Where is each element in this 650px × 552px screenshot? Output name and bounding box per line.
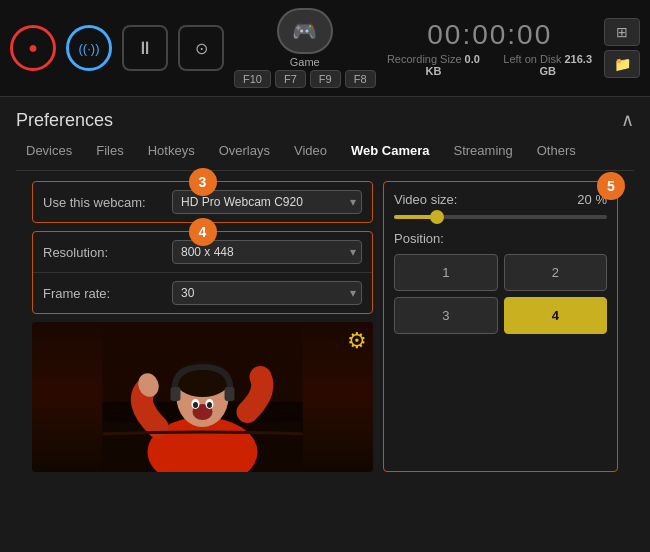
preferences-title: Preferences (16, 110, 113, 131)
slider-thumb[interactable] (430, 210, 444, 224)
left-on-disk-label: Left on Disk 216.3 GB (501, 53, 594, 77)
top-actions: ⊞ 📁 (604, 18, 640, 78)
step-4-badge: 4 (189, 218, 217, 246)
hotkey-f8[interactable]: F8 (345, 70, 376, 88)
resolution-label: Resolution: (43, 245, 108, 260)
position-label: Position: (394, 231, 607, 246)
svg-point-12 (193, 402, 198, 408)
tab-files[interactable]: Files (86, 139, 133, 162)
svg-rect-8 (225, 387, 235, 401)
tab-overlays[interactable]: Overlays (209, 139, 280, 162)
step-5-badge: 5 (597, 172, 625, 200)
left-panel: 3 Use this webcam: HD Pro Webcam C920 4 (32, 181, 373, 472)
framerate-label: Frame rate: (43, 286, 110, 301)
top-bar: ● ((·)) ⏸ ⊙ 🎮 Game F10 F7 F9 F8 00:00:00… (0, 0, 650, 97)
tab-streaming[interactable]: Streaming (444, 139, 523, 162)
preferences-tabs: Devices Files Hotkeys Overlays Video Web… (16, 139, 634, 171)
record-button[interactable]: ● (10, 25, 56, 71)
game-icon: 🎮 (292, 19, 317, 43)
tab-hotkeys[interactable]: Hotkeys (138, 139, 205, 162)
framerate-select[interactable]: 30 (172, 281, 362, 305)
broadcast-button[interactable]: ((·)) (66, 25, 112, 71)
right-panel: 5 Video size: 20 % Position: 1 2 3 4 (383, 181, 618, 472)
video-size-row: Video size: 20 % (394, 192, 607, 207)
svg-point-13 (207, 402, 212, 408)
pause-button[interactable]: ⏸ (122, 25, 168, 71)
hotkey-f10[interactable]: F10 (234, 70, 271, 88)
game-button[interactable]: 🎮 (277, 8, 333, 54)
tab-others[interactable]: Others (527, 139, 586, 162)
video-size-label: Video size: (394, 192, 457, 207)
record-icon: ● (28, 39, 38, 57)
content-area: 3 Use this webcam: HD Pro Webcam C920 4 (16, 181, 634, 472)
broadcast-icon: ((·)) (79, 41, 100, 56)
folder-action-button[interactable]: 📁 (604, 50, 640, 78)
position-2-button[interactable]: 2 (504, 254, 608, 291)
preferences-header: Preferences ∧ (16, 109, 634, 131)
tab-video[interactable]: Video (284, 139, 337, 162)
framerate-row: Frame rate: 30 (33, 273, 372, 313)
slider-container (394, 215, 607, 219)
position-4-button[interactable]: 4 (504, 297, 608, 334)
resolution-box: 4 Resolution: 800 x 448 Frame rate: 30 (32, 231, 373, 314)
person-image (32, 322, 373, 472)
recording-size-label: Recording Size 0.0 KB (386, 53, 482, 77)
timer-section: 00:00:00 Recording Size 0.0 KB Left on D… (386, 19, 595, 77)
webcam-box: 3 Use this webcam: HD Pro Webcam C920 (32, 181, 373, 223)
position-1-button[interactable]: 1 (394, 254, 498, 291)
use-webcam-label: Use this webcam: (43, 195, 146, 210)
folder-icon: 📁 (614, 56, 631, 72)
timer-info: Recording Size 0.0 KB Left on Disk 216.3… (386, 53, 595, 77)
position-3-button[interactable]: 3 (394, 297, 498, 334)
media-icon: ⊞ (616, 24, 628, 40)
framerate-select-wrapper: 30 (172, 281, 362, 305)
game-label: Game (290, 56, 320, 68)
preferences-panel: Preferences ∧ Devices Files Hotkeys Over… (0, 97, 650, 472)
pause-icon: ⏸ (136, 38, 154, 59)
webcam-preview: ⚙ (32, 322, 373, 472)
step-3-badge: 3 (189, 168, 217, 196)
timer-display: 00:00:00 (386, 19, 595, 51)
tab-devices[interactable]: Devices (16, 139, 82, 162)
hotkey-f9[interactable]: F9 (310, 70, 341, 88)
tab-webcamera[interactable]: Web Camera (341, 139, 440, 162)
screenshot-button[interactable]: ⊙ (178, 25, 224, 71)
collapse-button[interactable]: ∧ (621, 109, 634, 131)
person-background (32, 322, 373, 472)
media-action-button[interactable]: ⊞ (604, 18, 640, 46)
webcam-gear-icon[interactable]: ⚙ (347, 328, 367, 354)
hotkey-f7[interactable]: F7 (275, 70, 306, 88)
screenshot-icon: ⊙ (195, 39, 208, 58)
svg-rect-7 (171, 387, 181, 401)
slider-track[interactable] (394, 215, 607, 219)
position-grid: 1 2 3 4 (394, 254, 607, 334)
